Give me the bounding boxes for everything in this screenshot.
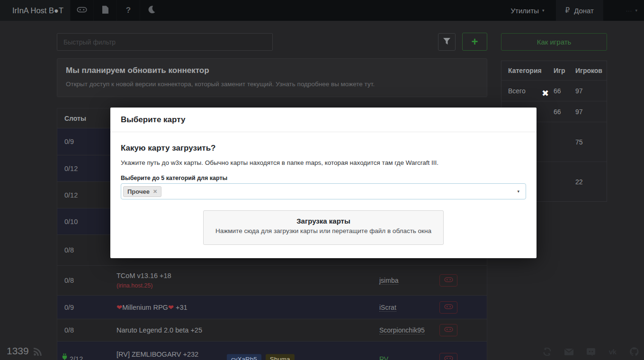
category-tag[interactable]: Прочее ✕: [123, 186, 161, 197]
select-map-modal: Выберите карту Какую карту загрузить? Ук…: [110, 108, 537, 258]
categories-select[interactable]: Прочее ✕ ▾: [121, 183, 526, 199]
modal-body: Какую карту загрузить? Укажите путь до w…: [110, 144, 537, 245]
dropzone-text: Нажмите сюда для загрузки карты или пере…: [204, 227, 443, 234]
chevron-down-icon: ▾: [517, 189, 519, 194]
category-tag-label: Прочее: [127, 188, 150, 195]
modal-description: Укажите путь до w3x карты. Обычно карты …: [121, 159, 526, 166]
map-dropzone[interactable]: Загрузка карты Нажмите сюда для загрузки…: [203, 210, 444, 245]
modal-header: Выберите карту: [110, 108, 537, 132]
page: IrInA Host B●T ?: [0, 0, 644, 360]
remove-tag-icon[interactable]: ✕: [153, 189, 157, 195]
dropzone-title: Загрузка карты: [204, 217, 443, 225]
modal-close-icon[interactable]: ✖: [542, 89, 549, 98]
modal-title: Выберите карту: [121, 115, 185, 125]
modal-heading: Какую карту загрузить?: [121, 144, 526, 153]
categories-label: Выберите до 5 категорий для карты: [121, 175, 526, 181]
